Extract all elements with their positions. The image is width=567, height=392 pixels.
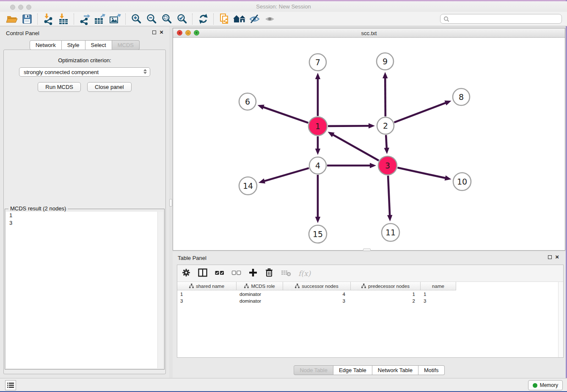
graph-edge-4-14[interactable] (259, 168, 309, 183)
table-panel-title: Table Panel (178, 255, 206, 261)
graph-node-label: 8 (459, 92, 464, 102)
graph-node-6[interactable]: 6 (239, 93, 256, 110)
graph-node-label: 7 (315, 58, 320, 67)
graph-edge-2-9[interactable] (383, 72, 388, 116)
graph-node-label: 15 (313, 229, 323, 239)
tab-network-table[interactable]: Network Table (372, 365, 418, 375)
result-scrollbar[interactable] (157, 212, 163, 368)
graph-edge-1-6[interactable] (258, 105, 308, 123)
mcds-result-item: 1 (6, 212, 163, 219)
graph-edge-3-11[interactable] (387, 176, 392, 221)
network-canvas[interactable]: 7968124314101511 (173, 38, 565, 250)
refresh-icon[interactable] (195, 13, 211, 25)
memory-button[interactable]: Memory (528, 380, 563, 390)
search-field[interactable] (440, 14, 562, 24)
column-header-name[interactable]: name (421, 282, 456, 290)
column-header-successor-nodes[interactable]: successor nodes (283, 282, 351, 290)
run-mcds-button[interactable]: Run MCDS (38, 82, 81, 92)
graph-node-4[interactable]: 4 (309, 157, 326, 174)
open-session-icon[interactable] (4, 13, 19, 25)
mcds-result-item: 3 (6, 219, 163, 227)
tab-node-table[interactable]: Node Table (294, 365, 333, 375)
search-icon (443, 16, 450, 22)
memory-status-dot (533, 383, 537, 388)
graph-node-14[interactable]: 14 (239, 177, 257, 195)
graph-node-10[interactable]: 10 (453, 173, 471, 190)
zoom-selected-icon[interactable] (174, 13, 190, 25)
import-table-icon[interactable] (56, 13, 71, 25)
graph-edge-1-4[interactable] (315, 136, 320, 155)
graph-node-15[interactable]: 15 (309, 225, 327, 243)
column-header-shared-name[interactable]: shared name (177, 282, 237, 290)
delete-column-trash-icon[interactable] (264, 268, 274, 279)
tab-mcds[interactable]: MCDS (112, 40, 140, 50)
graph-node-8[interactable]: 8 (453, 88, 470, 105)
graph-node-1[interactable]: 1 (308, 117, 327, 135)
graph-node-label: 6 (245, 97, 250, 106)
graph-edge-3-10[interactable] (397, 168, 451, 180)
tab-edge-table[interactable]: Edge Table (333, 365, 372, 375)
node-table-container: f(x) shared name MCDS role successor nod… (177, 265, 564, 358)
control-panel-title: Control Panel (6, 30, 39, 36)
table-scrollbar[interactable] (558, 282, 563, 357)
zoom-fit-icon[interactable] (159, 13, 174, 25)
show-columns-icon[interactable] (198, 268, 208, 279)
column-header-predecessor-nodes[interactable]: predecessor nodes (351, 282, 421, 290)
mcds-result-list[interactable]: 1 3 (6, 212, 163, 368)
select-stepper-icon (143, 69, 147, 74)
create-column-plus-icon[interactable] (248, 268, 258, 279)
graph-node-label: 3 (385, 161, 390, 170)
optimization-criterion-select[interactable]: strongly connected component (19, 67, 150, 77)
graph-edge-1-7[interactable] (315, 73, 320, 116)
search-input[interactable] (450, 16, 561, 22)
graph-node-9[interactable]: 9 (377, 53, 394, 70)
graph-node-label: 4 (315, 161, 320, 170)
function-builder-icon-disabled: f(x) (298, 269, 311, 278)
optimization-criterion-label: Optimization criterion: (4, 57, 165, 63)
graph-edge-3-1[interactable] (328, 132, 379, 160)
export-image-icon[interactable] (107, 13, 123, 25)
column-header-mcds-role[interactable]: MCDS role (237, 282, 283, 290)
graph-node-7[interactable]: 7 (309, 54, 326, 71)
import-network-icon[interactable] (41, 13, 56, 25)
tab-select[interactable]: Select (85, 40, 112, 50)
tab-motifs[interactable]: Motifs (418, 365, 445, 375)
graph-edge-1-2[interactable] (328, 123, 375, 128)
select-all-columns-icon[interactable] (215, 268, 225, 279)
tab-style[interactable]: Style (62, 40, 85, 50)
selected-option-label: strongly connected component (24, 69, 99, 75)
graph-edge-4-15[interactable] (315, 175, 320, 223)
tab-network[interactable]: Network (30, 40, 62, 50)
column-type-icon (189, 284, 194, 288)
show-networks-icon[interactable] (232, 13, 247, 25)
export-table-icon[interactable] (92, 13, 107, 25)
hide-panels-eye-icon[interactable] (247, 13, 262, 25)
float-panel-icon[interactable] (152, 30, 156, 34)
toolbar-separator (74, 14, 74, 25)
toolbar-separator (37, 14, 38, 25)
table-row[interactable]: 1 dominator 4 1 1 (177, 291, 456, 298)
horizontal-splitter-handle[interactable] (363, 248, 371, 251)
graph-edge-2-3[interactable] (384, 135, 389, 154)
graph-node-11[interactable]: 11 (382, 224, 399, 241)
table-row[interactable]: 3 dominator 3 2 3 (177, 298, 456, 304)
float-table-panel-icon[interactable] (548, 255, 552, 259)
close-panel-icon[interactable]: × (160, 30, 163, 34)
graph-edge-2-8[interactable] (394, 100, 451, 122)
zoom-in-icon[interactable] (129, 13, 144, 25)
save-session-icon[interactable] (19, 13, 35, 25)
export-network-icon[interactable] (77, 13, 92, 25)
clone-network-icon[interactable] (217, 13, 232, 25)
close-table-panel-icon[interactable]: × (555, 255, 559, 259)
table-settings-gear-icon[interactable] (182, 268, 191, 279)
graph-edge-4-3[interactable] (327, 163, 376, 168)
network-graph[interactable]: 7968124314101511 (173, 38, 565, 250)
graph-node-label: 9 (383, 57, 388, 66)
unselect-all-columns-icon[interactable] (231, 268, 242, 279)
close-panel-button[interactable]: Close panel (87, 82, 132, 92)
vertical-splitter-handle[interactable] (169, 199, 172, 207)
graph-node-3[interactable]: 3 (378, 156, 397, 175)
zoom-out-icon[interactable] (144, 13, 159, 25)
graph-node-2[interactable]: 2 (377, 117, 394, 134)
task-history-button[interactable] (5, 380, 16, 390)
